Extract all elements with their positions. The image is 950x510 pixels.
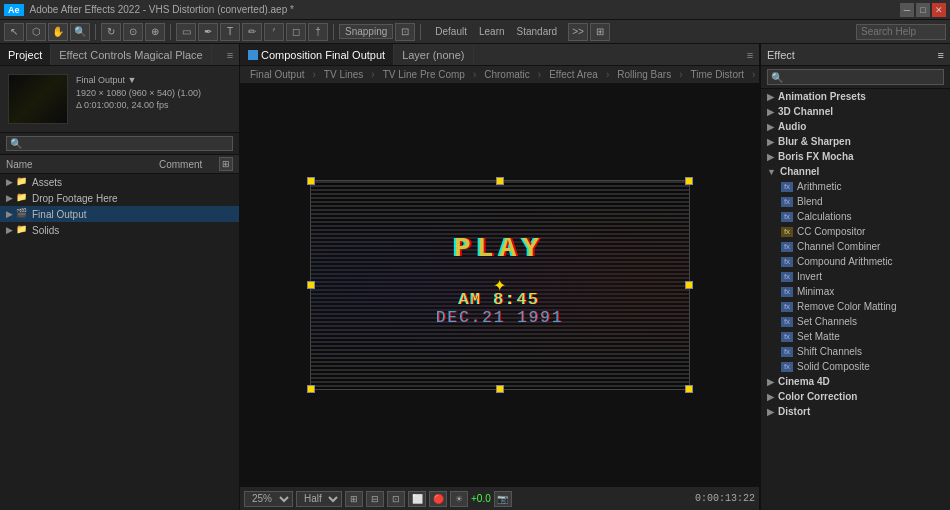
- tool-anchor[interactable]: ⊕: [145, 23, 165, 41]
- effect-cat-presets-header[interactable]: ▶ Animation Presets: [761, 89, 950, 104]
- handle-bottom-left[interactable]: [307, 385, 315, 393]
- effect-cat-blur-header[interactable]: ▶ Blur & Sharpen: [761, 134, 950, 149]
- handle-mid-right[interactable]: [685, 281, 693, 289]
- thumbnail-image: [9, 75, 67, 123]
- exposure-value: +0.0: [471, 493, 491, 504]
- workspace-learn[interactable]: Learn: [474, 26, 510, 37]
- project-search-input[interactable]: [6, 136, 233, 151]
- effect-item-minimax[interactable]: fx Minimax: [761, 284, 950, 299]
- list-item[interactable]: ▶ 📁 Drop Footage Here: [0, 190, 239, 206]
- center-panel: Composition Final Output Layer (none) ≡ …: [240, 44, 760, 510]
- scroll-tab-5[interactable]: Rolling Bars: [611, 69, 677, 80]
- safe-margins-btn[interactable]: ⬜: [408, 491, 426, 507]
- effect-item-remove-color[interactable]: fx Remove Color Matting: [761, 299, 950, 314]
- scroll-tab-2[interactable]: TV Line Pre Comp: [377, 69, 471, 80]
- tool-puppet[interactable]: †: [308, 23, 328, 41]
- tool-rotate[interactable]: ↻: [101, 23, 121, 41]
- snapshot-btn[interactable]: 📷: [494, 491, 512, 507]
- effect-item-invert[interactable]: fx Invert: [761, 269, 950, 284]
- scroll-tab-6[interactable]: Time Distort: [685, 69, 751, 80]
- handle-top-mid[interactable]: [496, 177, 504, 185]
- list-item[interactable]: ▶ 📁 Assets: [0, 174, 239, 190]
- handle-bottom-mid[interactable]: [496, 385, 504, 393]
- effects-search-input[interactable]: [767, 69, 944, 85]
- maximize-btn[interactable]: □: [916, 3, 930, 17]
- effect-item-cc-compositor[interactable]: fx CC Compositor: [761, 224, 950, 239]
- arrow-color: ▶: [767, 392, 774, 402]
- grid-btn[interactable]: ⊡: [387, 491, 405, 507]
- scroll-tab-0[interactable]: Final Output: [244, 69, 310, 80]
- viewport[interactable]: PLAY AM 8:45 DEC.21 1991 ✦: [240, 84, 759, 486]
- app-title: Adobe After Effects 2022 - VHS Distortio…: [30, 4, 294, 15]
- close-btn[interactable]: ✕: [932, 3, 946, 17]
- tool-orbit[interactable]: ⊙: [123, 23, 143, 41]
- comp-panel-menu[interactable]: ≡: [741, 44, 759, 65]
- left-panel-menu[interactable]: ≡: [221, 44, 239, 65]
- effect-cat-color-header[interactable]: ▶ Color Correction: [761, 389, 950, 404]
- effects-panel-menu[interactable]: ≡: [938, 49, 944, 61]
- tool-brush[interactable]: ✏: [242, 23, 262, 41]
- tool-zoom[interactable]: 🔍: [70, 23, 90, 41]
- comp-scroll-bar[interactable]: Final Output › TV Lines › TV Line Pre Co…: [240, 66, 759, 84]
- tool-arrow[interactable]: ↖: [4, 23, 24, 41]
- help-search[interactable]: [856, 24, 946, 40]
- tab-composition[interactable]: Composition Final Output: [240, 44, 394, 65]
- handle-top-right[interactable]: [685, 177, 693, 185]
- cat-cinema-label: Cinema 4D: [778, 376, 830, 387]
- effect-item-blend[interactable]: fx Blend: [761, 194, 950, 209]
- effect-label: CC Compositor: [797, 226, 865, 237]
- channel-btn[interactable]: 🔴: [429, 491, 447, 507]
- effect-cat-boris-header[interactable]: ▶ Boris FX Mocha: [761, 149, 950, 164]
- add-folder-btn[interactable]: ⊞: [219, 157, 233, 171]
- panels-btn[interactable]: ⊞: [590, 23, 610, 41]
- scroll-tab-7[interactable]: Turbuler...: [757, 69, 759, 80]
- scroll-tab-3[interactable]: Chromatic: [478, 69, 536, 80]
- snapping-toggle[interactable]: Snapping: [339, 24, 393, 39]
- effect-item-set-matte[interactable]: fx Set Matte: [761, 329, 950, 344]
- comp-icon: 🎬: [16, 208, 28, 220]
- tool-rect[interactable]: ▭: [176, 23, 196, 41]
- tool-pen[interactable]: ✒: [198, 23, 218, 41]
- effect-item-compound-arith[interactable]: fx Compound Arithmetic: [761, 254, 950, 269]
- tool-select[interactable]: ⬡: [26, 23, 46, 41]
- effect-cat-cinema-header[interactable]: ▶ Cinema 4D: [761, 374, 950, 389]
- zoom-select[interactable]: 25%: [244, 491, 293, 507]
- tab-project[interactable]: Project: [0, 44, 51, 65]
- workspace-default[interactable]: Default: [430, 26, 472, 37]
- handle-top-left[interactable]: [307, 177, 315, 185]
- workspace-standard[interactable]: Standard: [512, 26, 563, 37]
- project-panel: Final Output ▼ 1920 × 1080 (960 × 540) (…: [0, 66, 239, 133]
- effect-label: Set Channels: [797, 316, 857, 327]
- tool-text[interactable]: T: [220, 23, 240, 41]
- cat-presets-label: Animation Presets: [778, 91, 866, 102]
- fit-comp-btn[interactable]: ⊞: [345, 491, 363, 507]
- tool-eraser[interactable]: ◻: [286, 23, 306, 41]
- tab-layer-none[interactable]: Layer (none): [394, 44, 473, 65]
- effect-cat-3d-header[interactable]: ▶ 3D Channel: [761, 104, 950, 119]
- scroll-tab-1[interactable]: TV Lines: [318, 69, 369, 80]
- effect-item-shift-channels[interactable]: fx Shift Channels: [761, 344, 950, 359]
- more-workspaces-btn[interactable]: >>: [568, 23, 588, 41]
- snapping-icon[interactable]: ⊡: [395, 23, 415, 41]
- tool-hand[interactable]: ✋: [48, 23, 68, 41]
- snap-btn[interactable]: ⊟: [366, 491, 384, 507]
- list-item[interactable]: ▶ 📁 Solids: [0, 222, 239, 238]
- effect-item-solid-composite[interactable]: fx Solid Composite: [761, 359, 950, 374]
- list-item[interactable]: ▶ 🎬 Final Output: [0, 206, 239, 222]
- minimize-btn[interactable]: ─: [900, 3, 914, 17]
- tab-effect-controls[interactable]: Effect Controls Magical Place: [51, 44, 211, 65]
- effect-cat-distort-header[interactable]: ▶ Distort: [761, 404, 950, 419]
- exposure-btn[interactable]: ☀: [450, 491, 468, 507]
- comp-tab-icon: [248, 50, 258, 60]
- quality-select[interactable]: Half: [296, 491, 342, 507]
- effect-item-channel-combiner[interactable]: fx Channel Combiner: [761, 239, 950, 254]
- effect-item-set-channels[interactable]: fx Set Channels: [761, 314, 950, 329]
- effect-cat-audio-header[interactable]: ▶ Audio: [761, 119, 950, 134]
- effect-item-calculations[interactable]: fx Calculations: [761, 209, 950, 224]
- handle-mid-left[interactable]: [307, 281, 315, 289]
- tool-stamp[interactable]: ⎖: [264, 23, 284, 41]
- effect-item-arithmetic[interactable]: fx Arithmetic: [761, 179, 950, 194]
- scroll-tab-4[interactable]: Effect Area: [543, 69, 604, 80]
- handle-bottom-right[interactable]: [685, 385, 693, 393]
- effect-cat-channel-header[interactable]: ▼ Channel: [761, 164, 950, 179]
